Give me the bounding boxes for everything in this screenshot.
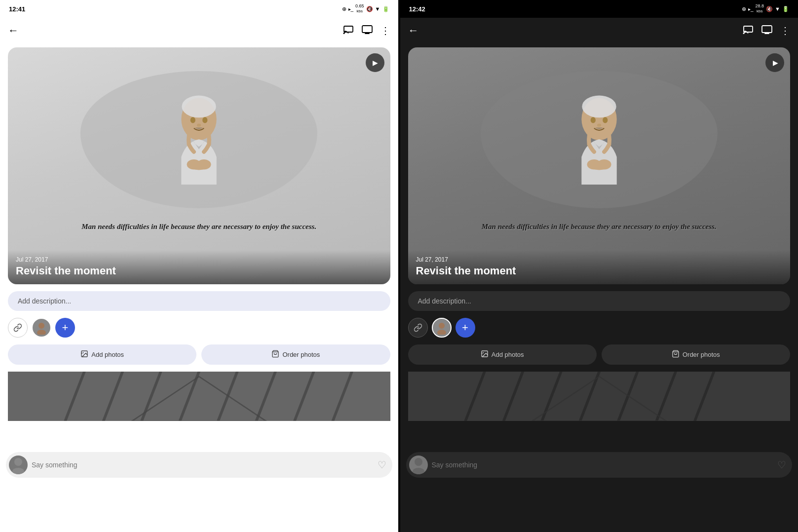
right-mute-icon: 🔇 <box>766 6 773 12</box>
right-order-photos-button[interactable]: Order photos <box>602 344 790 365</box>
svg-point-26 <box>14 458 22 466</box>
right-comment-bar-wrapper: ♡ <box>400 452 798 483</box>
right-heart-icon[interactable]: ♡ <box>777 459 786 471</box>
right-share-row: + <box>408 318 791 338</box>
right-comment-bar: ♡ <box>406 452 793 478</box>
left-card-date: Jul 27, 2017 <box>16 256 382 263</box>
left-comment-bar: ♡ <box>6 452 392 478</box>
svg-point-40 <box>437 330 446 335</box>
right-quote-text: Man needs difficulties in life because t… <box>408 222 791 232</box>
right-kbps: 28.8kbs <box>756 4 764 14</box>
right-back-button[interactable]: ← <box>408 24 419 37</box>
right-bottom-strip <box>408 372 791 421</box>
right-portrait-area <box>494 66 704 185</box>
left-avatar <box>32 318 51 338</box>
left-add-photos-button[interactable]: Add photos <box>8 344 196 365</box>
svg-point-54 <box>413 468 424 474</box>
svg-rect-16 <box>8 372 390 421</box>
left-play-button[interactable]: ▶ <box>366 53 384 72</box>
left-top-nav: ← ⋮ <box>0 18 398 43</box>
left-comment-input[interactable] <box>32 461 374 469</box>
svg-rect-30 <box>762 26 772 33</box>
left-add-description-button[interactable]: Add description... <box>8 291 390 311</box>
right-comment-input[interactable] <box>432 461 774 469</box>
right-card-title: Revisit the moment <box>416 265 783 277</box>
left-more-button[interactable]: ⋮ <box>380 25 390 37</box>
left-kbps: 0.65kbs <box>355 4 364 14</box>
left-order-photos-label: Order photos <box>282 351 320 358</box>
right-battery-icon: 🔋 <box>782 6 789 12</box>
right-phone-panel: 12:42 ⊕ ▸_ 28.8kbs 🔇 ▼ 🔋 ← ⋮ <box>400 0 798 532</box>
right-add-description-button[interactable]: Add description... <box>408 291 791 311</box>
left-share-link-button[interactable] <box>8 318 28 338</box>
right-connectivity-icon: ⊕ <box>742 6 746 12</box>
right-order-photos-label: Order photos <box>683 351 720 358</box>
left-status-bar: 12:41 ⊕ ▸_ 0.65kbs 🔇 ▼ 🔋 <box>0 0 398 18</box>
left-cast-icon: ▸_ <box>348 6 354 12</box>
right-play-button[interactable]: ▶ <box>765 53 784 72</box>
left-back-button[interactable]: ← <box>8 24 19 37</box>
left-portrait-area <box>94 66 304 185</box>
svg-point-14 <box>83 352 84 353</box>
left-mute-icon: 🔇 <box>366 6 373 12</box>
left-wifi-icon: ▼ <box>375 6 380 12</box>
left-order-photos-button[interactable]: Order photos <box>201 344 390 365</box>
svg-point-33 <box>590 117 595 123</box>
right-action-row: Add photos Order photos <box>408 344 791 365</box>
left-add-photos-icon <box>80 350 88 359</box>
left-order-photos-icon <box>271 350 279 359</box>
left-connectivity-icon: ⊕ <box>342 6 346 12</box>
left-add-person-button[interactable]: + <box>55 318 75 338</box>
right-status-icons: ⊕ ▸_ 28.8kbs 🔇 ▼ 🔋 <box>742 4 789 14</box>
left-status-time: 12:41 <box>9 5 25 13</box>
right-add-photos-button[interactable]: Add photos <box>408 344 597 365</box>
right-status-bar: 12:42 ⊕ ▸_ 28.8kbs 🔇 ▼ 🔋 <box>400 0 798 18</box>
right-cast-button[interactable] <box>743 25 754 37</box>
right-share-link-button[interactable] <box>408 318 428 338</box>
left-share-row: + <box>8 318 390 338</box>
left-quote-text: Man needs difficulties in life because t… <box>8 222 390 232</box>
right-portrait-figure <box>494 66 704 185</box>
right-add-person-button[interactable]: + <box>456 318 475 338</box>
svg-rect-2 <box>362 26 372 33</box>
svg-point-6 <box>202 117 207 123</box>
right-order-photos-icon <box>672 350 680 359</box>
right-avatar <box>432 318 452 338</box>
left-phone-panel: 12:41 ⊕ ▸_ 0.65kbs 🔇 ▼ 🔋 ← ⋮ <box>0 0 398 532</box>
left-cast-button[interactable] <box>343 25 354 37</box>
left-screen-button[interactable] <box>362 25 373 37</box>
right-wifi-icon: ▼ <box>775 6 780 12</box>
left-status-icons: ⊕ ▸_ 0.65kbs 🔇 ▼ 🔋 <box>342 4 389 14</box>
right-card-date: Jul 27, 2017 <box>416 256 783 263</box>
svg-rect-44 <box>408 372 791 421</box>
svg-point-7 <box>197 124 201 127</box>
svg-point-42 <box>483 352 484 353</box>
right-play-icon: ▶ <box>773 59 778 67</box>
left-heart-icon[interactable]: ♡ <box>378 459 386 471</box>
right-add-photos-label: Add photos <box>492 351 524 358</box>
right-more-button[interactable]: ⋮ <box>780 25 790 37</box>
right-cast-icon: ▸_ <box>748 6 754 12</box>
left-add-photos-label: Add photos <box>91 351 124 358</box>
left-bottom-strip <box>8 372 390 421</box>
left-play-icon: ▶ <box>373 59 378 67</box>
left-card-title: Revisit the moment <box>16 265 382 277</box>
right-card-footer: Jul 27, 2017 Revisit the moment <box>408 250 791 284</box>
svg-point-39 <box>439 323 445 329</box>
svg-point-4 <box>182 96 216 118</box>
svg-point-32 <box>582 96 616 118</box>
svg-point-35 <box>597 124 601 127</box>
left-portrait-figure <box>94 66 304 185</box>
svg-point-10 <box>190 162 208 170</box>
svg-point-29 <box>743 33 745 34</box>
svg-point-38 <box>590 162 608 170</box>
svg-point-1 <box>343 33 344 34</box>
left-memory-card: Man needs difficulties in life because t… <box>8 47 390 284</box>
right-comment-avatar <box>409 456 428 474</box>
svg-point-53 <box>415 458 422 466</box>
left-action-row: Add photos Order photos <box>8 344 390 365</box>
left-battery-icon: 🔋 <box>382 6 389 12</box>
right-top-nav: ← ⋮ <box>400 18 798 43</box>
svg-point-12 <box>37 330 46 335</box>
right-screen-button[interactable] <box>761 25 772 37</box>
